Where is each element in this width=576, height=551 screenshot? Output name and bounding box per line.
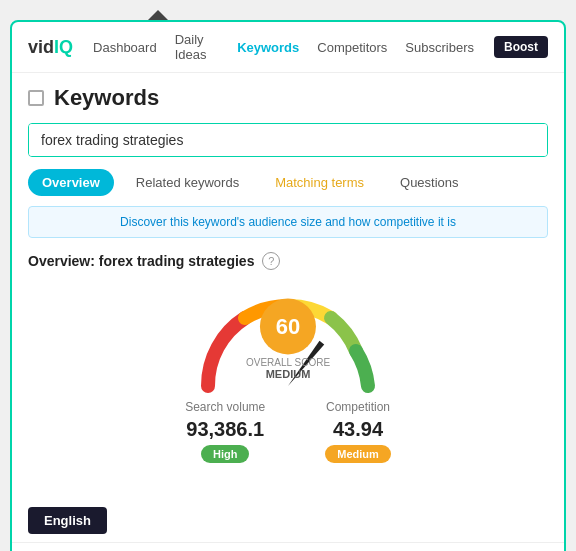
- checkbox-icon[interactable]: [28, 90, 44, 106]
- navbar: vidIQ Dashboard Daily Ideas Keywords Com…: [12, 22, 564, 73]
- nav-dashboard[interactable]: Dashboard: [93, 40, 157, 55]
- stat-search-volume: Search volume 93,386.1 High: [185, 400, 265, 463]
- competition-label: Competition: [326, 400, 390, 414]
- gauge-svg-wrap: 60 OVERALL SCORE MEDIUM: [188, 286, 388, 396]
- search-input[interactable]: [29, 124, 547, 156]
- tab-related-keywords[interactable]: Related keywords: [122, 169, 253, 196]
- info-banner-text: Discover this keyword's audience size an…: [120, 215, 456, 229]
- search-volume-value: 93,386.1: [186, 418, 264, 441]
- overview-heading: Overview: forex trading strategies ?: [28, 252, 548, 270]
- tab-overview[interactable]: Overview: [28, 169, 114, 196]
- gauge-container: 60 OVERALL SCORE MEDIUM Search volume 93…: [28, 286, 548, 463]
- competition-value: 43.94: [333, 418, 383, 441]
- content-area: Discover this keyword's audience size an…: [12, 206, 564, 499]
- competition-badge: Medium: [325, 445, 391, 463]
- tab-questions[interactable]: Questions: [386, 169, 473, 196]
- logo[interactable]: vidIQ: [28, 37, 73, 58]
- nav-daily-ideas[interactable]: Daily Ideas: [175, 32, 220, 62]
- nav-keywords[interactable]: Keywords: [237, 40, 299, 55]
- tab-matching-terms[interactable]: Matching terms: [261, 169, 378, 196]
- language-badge[interactable]: English: [28, 507, 107, 534]
- gauge-center: 60 OVERALL SCORE MEDIUM: [246, 298, 330, 379]
- gauge-label-medium: MEDIUM: [246, 367, 330, 379]
- caption-bar: Type caption for image (optional): [12, 542, 564, 551]
- logo-iq: IQ: [54, 37, 73, 57]
- tabs: Overview Related keywords Matching terms…: [12, 169, 564, 206]
- page-title: Keywords: [54, 85, 159, 111]
- page-title-bar: Keywords: [12, 73, 564, 119]
- search-volume-badge: High: [201, 445, 249, 463]
- nav-subscribers[interactable]: Subscribers: [405, 40, 474, 55]
- bottom-bar: English: [12, 499, 564, 542]
- logo-vid: vid: [28, 37, 54, 57]
- overview-heading-text: Overview: forex trading strategies: [28, 253, 254, 269]
- search-volume-label: Search volume: [185, 400, 265, 414]
- stats-row: Search volume 93,386.1 High Competition …: [185, 400, 391, 463]
- info-banner: Discover this keyword's audience size an…: [28, 206, 548, 238]
- nav-items: Dashboard Daily Ideas Keywords Competito…: [93, 32, 474, 62]
- score-value: 60: [276, 313, 300, 339]
- search-bar: [28, 123, 548, 157]
- nav-competitors[interactable]: Competitors: [317, 40, 387, 55]
- stat-competition: Competition 43.94 Medium: [325, 400, 391, 463]
- main-card: vidIQ Dashboard Daily Ideas Keywords Com…: [10, 20, 566, 551]
- gauge-label-overall: OVERALL SCORE: [246, 356, 330, 367]
- help-icon[interactable]: ?: [262, 252, 280, 270]
- gauge-score: 60: [260, 298, 316, 354]
- boost-button[interactable]: Boost: [494, 36, 548, 58]
